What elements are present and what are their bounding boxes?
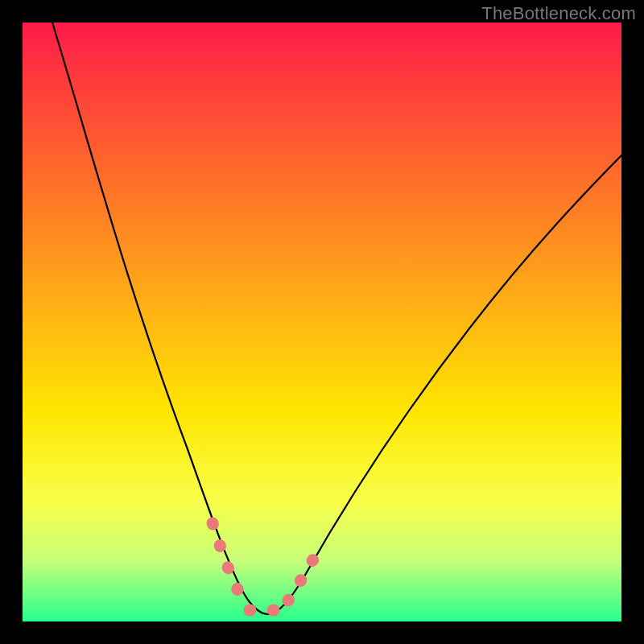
bottleneck-plot <box>23 23 621 621</box>
watermark-text: TheBottleneck.com <box>481 3 636 24</box>
highlight-dots-left <box>213 523 245 602</box>
chart-canvas <box>23 23 621 621</box>
bottleneck-curve <box>52 23 621 614</box>
